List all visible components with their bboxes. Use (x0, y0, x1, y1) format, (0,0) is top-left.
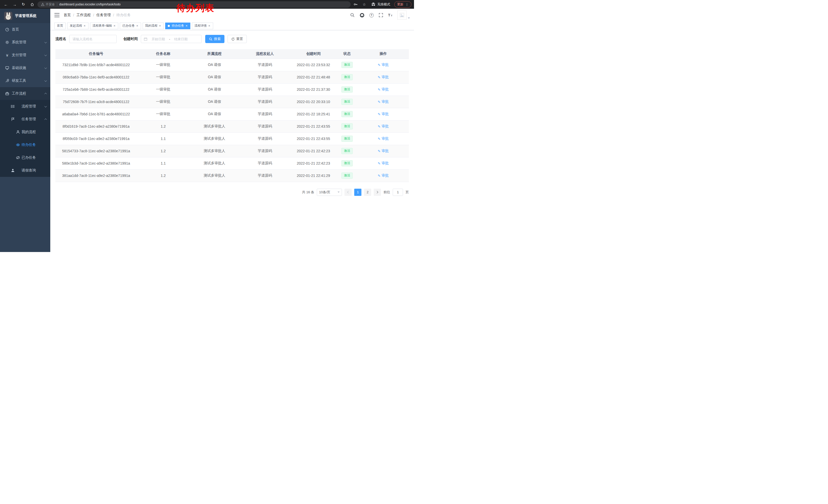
approve-button[interactable]: 审批 (378, 136, 389, 141)
cell-process: 测试多审批人 (190, 170, 239, 182)
tab-todo-task[interactable]: 待办任务 × (165, 22, 190, 29)
breadcrumb-workflow[interactable]: 工作流程 (76, 13, 91, 17)
fullscreen-icon[interactable] (378, 12, 383, 18)
cell-action: 审批 (358, 96, 409, 108)
tab-done-task[interactable]: 已办任务 × (120, 22, 141, 29)
cell-process: OA 请假 (190, 71, 239, 83)
approve-button[interactable]: 审批 (378, 149, 389, 153)
start-date-input[interactable] (149, 37, 168, 41)
cell-task-name: 1.1 (137, 133, 190, 145)
sidebar-item-system[interactable]: 系统管理 (0, 36, 50, 49)
approve-button[interactable]: 审批 (378, 173, 389, 178)
table-row: a6aba0a4-7b6d-11ec-b781-acde48001122 一级审… (55, 108, 409, 120)
approve-button[interactable]: 审批 (378, 62, 389, 67)
tab-process-form-edit[interactable]: 流程表单-编辑 × (90, 22, 119, 29)
font-size-icon[interactable]: TT (388, 12, 393, 18)
cell-action: 审批 (358, 83, 409, 96)
sidebar-item-workflow[interactable]: 工作流程 (0, 87, 50, 100)
cell-action: 审批 (358, 133, 409, 145)
search-icon[interactable] (350, 12, 355, 18)
task-management-icon (11, 117, 15, 121)
cell-process: OA 请假 (190, 59, 239, 71)
breadcrumb-home[interactable]: 首页 (64, 13, 71, 17)
tab-home[interactable]: 首页 (54, 22, 66, 29)
sidebar-item-done-task[interactable]: 已办任务 (0, 151, 50, 164)
approve-button[interactable]: 审批 (378, 87, 389, 92)
tab-process-detail[interactable]: 流程详情 × (192, 22, 213, 29)
edit-icon (378, 174, 381, 178)
page-size-select[interactable]: 10条/页 (317, 189, 342, 196)
sidebar-toggle-icon[interactable] (54, 13, 59, 17)
bookmark-star-icon[interactable]: ☆ (362, 2, 367, 7)
approve-button[interactable]: 审批 (378, 112, 389, 117)
back-icon[interactable]: ← (3, 1, 9, 8)
chrome-update-button[interactable]: 更新 ⋮ (394, 1, 411, 8)
refresh-icon[interactable]: ↻ (20, 1, 27, 8)
create-time-label: 创建时间 (123, 37, 138, 41)
cell-created: 2022-01-21 22:43:55 (290, 120, 336, 133)
col-created: 创建时间 (290, 49, 336, 59)
app-title: 芋道管理系统 (15, 13, 36, 18)
cell-starter: 芋道源码 (239, 96, 291, 108)
cell-process: 测试多审批人 (190, 157, 239, 170)
sidebar-item-infrastructure[interactable]: 基础设施 (0, 61, 50, 74)
page-button-2[interactable]: 2 (364, 189, 371, 196)
next-page-button[interactable] (374, 189, 381, 196)
forward-icon[interactable]: → (11, 1, 18, 8)
cell-action: 审批 (358, 108, 409, 120)
close-icon[interactable]: × (208, 24, 211, 28)
home-icon[interactable] (29, 1, 35, 8)
sidebar-item-leave-query[interactable]: 请假查询 (0, 164, 50, 177)
end-date-input[interactable] (171, 37, 191, 41)
chevron-left-icon (347, 191, 350, 193)
incognito-badge: 无痕模式 (370, 2, 391, 7)
reset-button[interactable]: 重置 (227, 35, 247, 43)
user-avatar[interactable] (397, 10, 410, 20)
close-icon[interactable]: × (83, 24, 86, 28)
breadcrumb-task-management[interactable]: 任务管理 (96, 13, 111, 17)
close-icon[interactable]: × (185, 24, 188, 28)
sidebar-item-todo-task[interactable]: 待办任务 (0, 138, 50, 151)
close-icon[interactable]: × (159, 24, 161, 28)
cell-action: 审批 (358, 170, 409, 182)
edit-icon (378, 100, 381, 104)
table-row: 580e1b3d-7ac8-11ec-a9e2-a2380e71991a 1.1… (55, 157, 409, 170)
my-process-icon (16, 130, 20, 134)
table-row: 8f0d1619-7ac8-11ec-a9e2-a2380e71991a 1.2… (55, 120, 409, 133)
total-count: 共 16 条 (302, 190, 314, 194)
github-icon[interactable] (359, 12, 365, 18)
pagination: 共 16 条 10条/页 1 2 前往 页 (55, 189, 409, 196)
sidebar-item-home[interactable]: 首页 (0, 23, 50, 36)
prev-page-button[interactable] (344, 189, 352, 196)
sidebar-item-process-management[interactable]: 流程管理 (0, 100, 50, 113)
sidebar-item-devtools[interactable]: 研发工具 (0, 74, 50, 87)
table-row: 58154733-7ac8-11ec-a9e2-a2380e71991a 1.2… (55, 145, 409, 157)
sidebar-item-task-management[interactable]: 任务管理 (0, 113, 50, 126)
address-bar[interactable]: 不安全 dashboard.yudao.iocoder.cn/bpm/task/… (37, 1, 350, 8)
approve-button[interactable]: 审批 (378, 99, 389, 104)
page-button-1[interactable]: 1 (354, 189, 362, 196)
cell-starter: 芋道源码 (239, 170, 291, 182)
cell-status: 激活 (336, 83, 358, 96)
menu-dots-icon[interactable]: ⋮ (405, 3, 409, 6)
approve-button[interactable]: 审批 (378, 124, 389, 129)
date-range-picker[interactable]: - (141, 35, 202, 43)
help-icon[interactable]: ? (369, 12, 374, 18)
cell-status: 激活 (336, 157, 358, 170)
cell-task-name: 1.2 (137, 170, 190, 182)
tab-start-process[interactable]: 发起流程 × (67, 22, 88, 29)
sidebar-item-payment[interactable]: ¥ 支付管理 (0, 49, 50, 61)
workflow-icon (5, 92, 9, 96)
approve-button[interactable]: 审批 (378, 161, 389, 166)
process-name-input[interactable] (69, 35, 117, 43)
tab-my-process[interactable]: 我的流程 × (142, 22, 164, 29)
close-icon[interactable]: × (113, 24, 116, 28)
password-key-icon[interactable] (353, 2, 358, 7)
close-icon[interactable]: × (136, 24, 138, 28)
search-button[interactable]: 搜索 (205, 35, 224, 43)
app-logo-row[interactable]: 芋道管理系统 (0, 9, 50, 23)
table-row: 73211d9d-7b9b-11ec-b5b7-acde48001122 一级审… (55, 59, 409, 71)
goto-page-input[interactable] (393, 189, 403, 196)
approve-button[interactable]: 审批 (378, 75, 389, 80)
sidebar-item-my-process[interactable]: 我的流程 (0, 126, 50, 138)
